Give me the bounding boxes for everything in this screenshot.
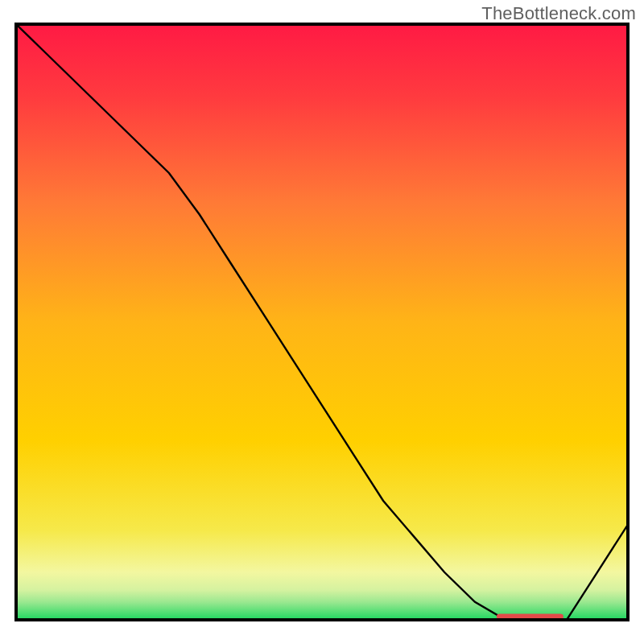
chart-canvas: TheBottleneck.com [0,0,644,644]
watermark-text: TheBottleneck.com [481,3,636,24]
chart-svg [0,0,644,644]
